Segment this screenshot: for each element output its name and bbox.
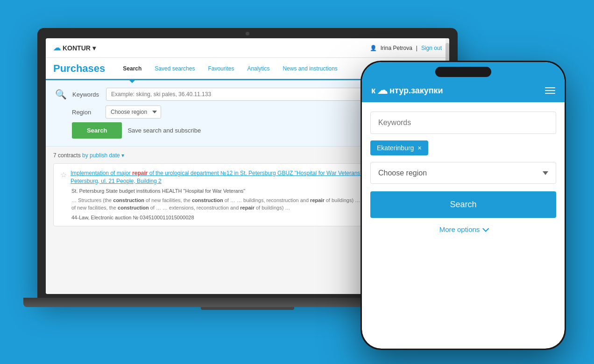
header-divider: | bbox=[416, 45, 417, 51]
menu-line-1 bbox=[545, 87, 555, 88]
logo-arrow[interactable]: ▾ bbox=[92, 44, 96, 52]
phone-search-button[interactable]: Search bbox=[370, 191, 556, 218]
nav-title: Purchases bbox=[53, 63, 105, 75]
phone-logo: к☁нтур.закупки bbox=[371, 85, 443, 96]
keywords-label: Keywords bbox=[72, 91, 100, 98]
star-icon[interactable]: ☆ bbox=[60, 170, 67, 179]
header-user: 👤 Irina Petrova | Sign out bbox=[370, 45, 442, 51]
phone-content: Ekaterinburg × Choose region Search More… bbox=[362, 102, 565, 243]
chevron-down-icon bbox=[482, 225, 489, 231]
phone-tags: Ekaterinburg × bbox=[370, 140, 556, 155]
user-icon: 👤 bbox=[370, 45, 377, 51]
tab-news[interactable]: News and instructions bbox=[276, 58, 344, 79]
cloud-icon: ☁ bbox=[53, 43, 61, 52]
phone-more-options[interactable]: More options bbox=[370, 225, 556, 233]
tab-saved-searches[interactable]: Saved searches bbox=[148, 58, 201, 79]
tab-favourites[interactable]: Favourites bbox=[201, 58, 240, 79]
phone-screen: к☁нтур.закупки Ekaterinburg × Choose reg… bbox=[362, 62, 565, 349]
phone-inner: к☁нтур.закупки Ekaterinburg × Choose reg… bbox=[362, 62, 565, 349]
tab-search[interactable]: Search bbox=[116, 58, 148, 79]
tab-analytics[interactable]: Analytics bbox=[240, 58, 276, 79]
phone-k-letter: к bbox=[371, 86, 375, 96]
save-search-button[interactable]: Save search and subscribe bbox=[122, 122, 206, 139]
sort-link[interactable]: by publish date ▾ bbox=[82, 152, 124, 159]
menu-line-2 bbox=[545, 90, 555, 91]
screen-header: ☁ KONTUR ▾ 👤 Irina Petrova | Sign out bbox=[46, 38, 449, 58]
phone-logo-text: нтур.закупки bbox=[389, 86, 443, 96]
sort-label: by publish date bbox=[82, 152, 120, 159]
more-options-label: More options bbox=[439, 225, 480, 233]
menu-icon[interactable] bbox=[545, 87, 555, 94]
count-number: 7 contracts bbox=[53, 152, 81, 159]
region-select[interactable]: Choose region bbox=[106, 105, 161, 119]
sort-icon: ▾ bbox=[121, 152, 124, 159]
phone-region-select[interactable]: Choose region bbox=[370, 162, 556, 184]
phone-tag-label: Ekaterinburg bbox=[377, 144, 414, 152]
region-label: Region bbox=[72, 109, 100, 116]
screen-logo: ☁ KONTUR ▾ bbox=[53, 43, 96, 52]
menu-line-3 bbox=[545, 93, 555, 94]
phone-header: к☁нтур.закупки bbox=[362, 82, 565, 102]
phone-keywords-input[interactable] bbox=[370, 112, 556, 134]
phone-cloud-icon: ☁ bbox=[377, 85, 388, 96]
phone-tag-remove[interactable]: × bbox=[417, 144, 421, 152]
user-name: Irina Petrova bbox=[381, 45, 412, 51]
phone: к☁нтур.закупки Ekaterinburg × Choose reg… bbox=[361, 61, 566, 350]
search-icon: 🔍 bbox=[55, 89, 67, 100]
search-button[interactable]: Search bbox=[72, 122, 122, 139]
laptop-camera bbox=[246, 32, 249, 35]
phone-notch bbox=[435, 67, 491, 77]
phone-tag: Ekaterinburg × bbox=[370, 140, 428, 155]
logo-text: KONTUR bbox=[63, 44, 91, 52]
sign-out-link[interactable]: Sign out bbox=[421, 45, 442, 51]
